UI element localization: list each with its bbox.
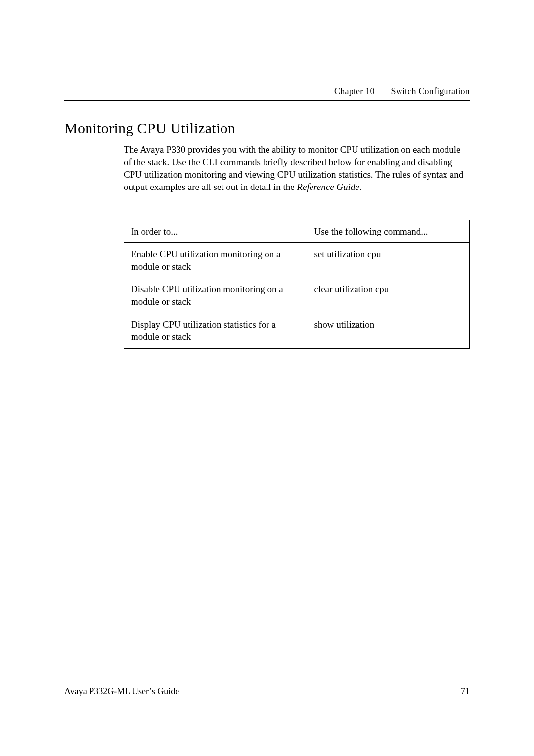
table-cell-col2: show utilization <box>307 313 470 348</box>
paragraph-text-1: The Avaya P330 provides you with the abi… <box>124 144 463 192</box>
chapter-label: Chapter 10 <box>334 86 374 96</box>
table-row: Disable CPU utilization monitoring on a … <box>124 278 470 313</box>
header-gap <box>377 86 389 96</box>
section-heading: Monitoring CPU Utilization <box>64 120 235 137</box>
table-cell-col1: Display CPU utilization statistics for a… <box>124 313 307 348</box>
table-cell-col2: set utilization cpu <box>307 243 470 278</box>
footer-rule <box>64 683 470 683</box>
footer-left: Avaya P332G-ML User’s Guide <box>64 686 179 697</box>
table-row: Display CPU utilization statistics for a… <box>124 313 470 348</box>
footer-page-number: 71 <box>461 686 470 697</box>
header-text: Chapter 10 Switch Configuration <box>64 86 470 96</box>
table-cell-col1: Disable CPU utilization monitoring on a … <box>124 278 307 313</box>
table-row: Enable CPU utilization monitoring on a m… <box>124 243 470 278</box>
footer-row: Avaya P332G-ML User’s Guide 71 <box>64 686 470 697</box>
running-header: Chapter 10 Switch Configuration <box>64 86 470 105</box>
table-header-col2: Use the following command... <box>307 220 470 243</box>
command-table: In order to... Use the following command… <box>124 220 470 349</box>
page: Chapter 10 Switch Configuration Monitori… <box>0 0 534 756</box>
running-footer: Avaya P332G-ML User’s Guide 71 <box>64 679 470 697</box>
paragraph-text-2: . <box>359 182 362 192</box>
header-rule <box>64 100 470 101</box>
chapter-title: Switch Configuration <box>391 86 470 96</box>
paragraph-emphasis: Reference Guide <box>297 182 359 192</box>
table-cell-col2: clear utilization cpu <box>307 278 470 313</box>
section-paragraph: The Avaya P330 provides you with the abi… <box>124 143 470 193</box>
table-header-col1: In order to... <box>124 220 307 243</box>
table-cell-col1: Enable CPU utilization monitoring on a m… <box>124 243 307 278</box>
table-header-row: In order to... Use the following command… <box>124 220 470 243</box>
